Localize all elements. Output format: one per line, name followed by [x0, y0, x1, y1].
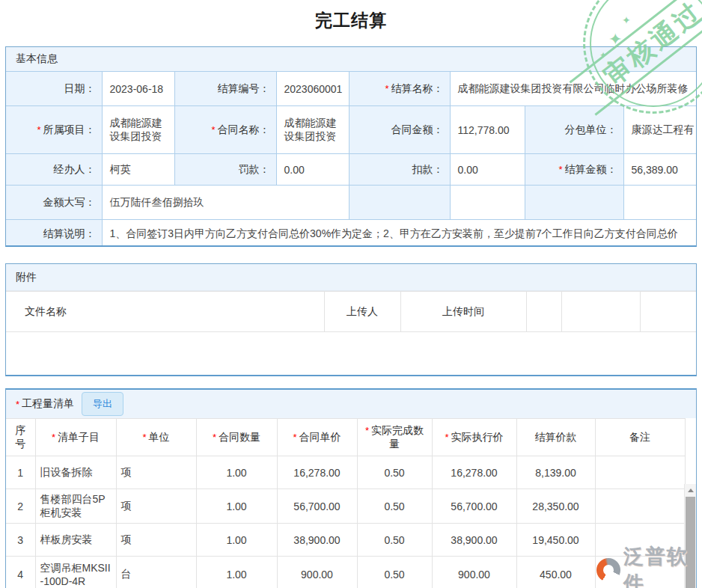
form-row: 金额大写： 伍万陆仟叁佰捌拾玖: [6, 186, 696, 220]
cell-settle-amount: 19,450.00: [516, 524, 595, 557]
basic-info-section: 基本信息 日期： 2023-06-18 结算编号： 2023060001 *结算…: [5, 46, 697, 247]
empty-label-cell: [349, 186, 450, 220]
col-file-name: 文件名称: [6, 292, 324, 332]
boq-title: *工程量清单: [16, 397, 74, 411]
subcontractor-label: 分包单位：: [525, 106, 623, 154]
stamp-star-icon: ✦: [608, 31, 622, 48]
required-marker: *: [213, 432, 216, 443]
attachments-table: 文件名称 上传人 上传时间: [6, 291, 696, 332]
boq-header: *工程量清单 导出: [6, 390, 696, 418]
col-empty: [526, 292, 561, 332]
boq-col-contract-qty: *合同数量: [196, 419, 277, 456]
scroll-up-button[interactable]: [685, 484, 696, 497]
penalty-value: 0.00: [276, 154, 349, 186]
cell-contract-price: 16,278.00: [277, 456, 357, 489]
cell-unit: 项: [116, 456, 196, 489]
export-button[interactable]: 导出: [82, 392, 123, 416]
deduction-label: 扣款：: [349, 154, 450, 186]
cell-item: 旧设备拆除: [35, 456, 116, 489]
project-value: 成都能源建设集团投资: [102, 106, 174, 154]
boq-row-3: 3 样板房安装 项 1.00 38,900.00 0.50 38,900.00 …: [6, 524, 685, 557]
date-label: 日期：: [6, 72, 102, 106]
required-marker: *: [293, 432, 296, 443]
empty-label-cell: [525, 186, 623, 220]
cell-item: 样板房安装: [35, 524, 116, 557]
settlement-no-label: 结算编号：: [174, 72, 276, 106]
cell-settle-amount: 28,350.00: [516, 489, 595, 524]
col-empty: [640, 292, 696, 332]
required-marker: *: [385, 83, 388, 94]
attachments-header: 附件: [6, 264, 696, 291]
contract-amount-value: 112,778.00: [450, 106, 525, 154]
boq-row-1: 1 旧设备拆除 项 1.00 16,278.00 0.50 16,278.00 …: [6, 456, 685, 489]
basic-info-title: 基本信息: [16, 52, 58, 66]
table-scrollbar[interactable]: [684, 484, 696, 588]
page-title: 完工结算: [0, 0, 702, 32]
col-uploader: 上传人: [324, 292, 400, 332]
amount-in-words-label: 金额大写：: [6, 186, 102, 220]
required-marker: *: [445, 432, 448, 443]
boq-col-item: *清单子目: [35, 419, 116, 456]
handler-value: 柯英: [102, 154, 174, 186]
boq-col-remark: 备注: [595, 419, 685, 456]
date-value: 2023-06-18: [102, 72, 174, 106]
cell-contract-qty: 1.00: [196, 557, 277, 588]
cell-remark: [595, 524, 685, 557]
cell-settle-amount: 450.00: [516, 557, 595, 588]
cell-no: 3: [6, 524, 35, 557]
cell-actual-qty: 0.50: [357, 524, 432, 557]
form-row: *所属项目： 成都能源建设集团投资 *合同名称： 成都能源建设集团投资 合同金额…: [6, 106, 696, 154]
form-row: 日期： 2023-06-18 结算编号： 2023060001 *结算名称： 成…: [6, 72, 696, 106]
required-marker: *: [365, 425, 369, 436]
basic-info-header: 基本信息: [6, 47, 696, 71]
cell-unit: 台: [116, 557, 196, 588]
settlement-amount-value: 56,389.00: [623, 154, 696, 186]
boq-col-contract-price: *合同单价: [277, 419, 357, 456]
cell-contract-qty: 1.00: [196, 489, 277, 524]
empty-value-cell: [450, 186, 525, 220]
cell-contract-qty: 1.00: [196, 456, 277, 489]
subcontractor-value: 康源达工程有: [623, 106, 696, 154]
scrollbar-thumb[interactable]: [686, 497, 695, 588]
cell-actual-qty: 0.50: [357, 456, 432, 489]
cell-no: 2: [6, 489, 35, 524]
empty-value-cell: [623, 186, 696, 220]
col-empty: [561, 292, 640, 332]
cell-no: 4: [6, 557, 35, 588]
cell-remark: [595, 557, 685, 588]
required-marker: *: [52, 432, 55, 443]
boq-row-2: 2 售楼部四台5P柜机安装 项 1.00 56,700.00 0.50 56,7…: [6, 489, 685, 524]
cell-contract-price: 900.00: [277, 557, 357, 588]
cell-no: 1: [6, 456, 35, 489]
cell-actual-price: 38,900.00: [432, 524, 516, 557]
required-marker: *: [211, 124, 215, 135]
cell-actual-qty: 0.50: [357, 489, 432, 524]
form-row: 经办人： 柯英 罚款： 0.00 扣款： 0.00 *结算金额： 56,389.…: [6, 154, 696, 186]
cell-contract-price: 38,900.00: [277, 524, 357, 557]
boq-col-settle-amount: 结算价款: [516, 419, 595, 456]
deduction-value: 0.00: [450, 154, 525, 186]
boq-body: 序号 *清单子目 *单位 *合同数量 *合同单价 *实际完成数量 *实际执行价 …: [6, 418, 696, 588]
boq-col-actual-qty: *实际完成数量: [357, 419, 432, 456]
contract-name-value: 成都能源建设集团投资: [276, 106, 349, 154]
boq-col-unit: *单位: [116, 419, 196, 456]
settlement-name-value: 成都能源建设集团投资有限公司临时办公场所装修: [450, 72, 696, 106]
cell-actual-price: 900.00: [432, 557, 516, 588]
chevron-up-icon: [688, 489, 694, 492]
project-label: *所属项目：: [6, 106, 102, 154]
cell-actual-price: 56,700.00: [432, 489, 516, 524]
basic-info-form: 日期： 2023-06-18 结算编号： 2023060001 *结算名称： 成…: [6, 71, 696, 247]
cell-settle-amount: 8,139.00: [516, 456, 595, 489]
attachments-section: 附件 文件名称 上传人 上传时间: [5, 263, 697, 376]
settlement-note-label: 结算说明：: [6, 220, 102, 248]
amount-in-words-value: 伍万陆仟叁佰捌拾玖: [102, 186, 349, 220]
settlement-no-value: 2023060001: [276, 72, 349, 106]
boq-header-row: 序号 *清单子目 *单位 *合同数量 *合同单价 *实际完成数量 *实际执行价 …: [6, 419, 685, 456]
cell-contract-price: 56,700.00: [277, 489, 357, 524]
cell-remark: [595, 489, 685, 524]
contract-amount-label: 合同金额：: [349, 106, 450, 154]
boq-col-actual-price: *实际执行价: [432, 419, 516, 456]
cell-item: 空调吊柜MKSII-100D-4R: [35, 557, 116, 588]
boq-row-4: 4 空调吊柜MKSII-100D-4R 台 1.00 900.00 0.50 9…: [6, 557, 685, 588]
contract-name-label: *合同名称：: [174, 106, 276, 154]
